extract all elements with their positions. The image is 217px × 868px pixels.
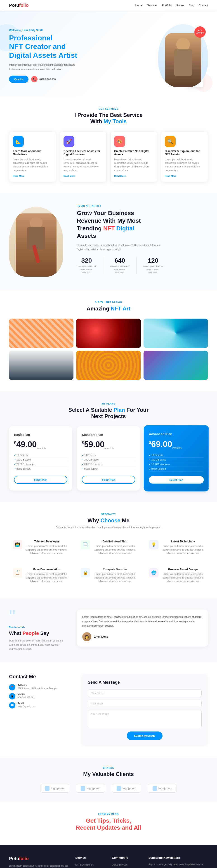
contact-address: 📍 Address 2285 Stroup Hill Road, Atlanta… [9,684,72,690]
plan-btn-basic[interactable]: Select Plan [14,476,67,484]
services-title: I Provide The Best ServiceWith My Tools [9,112,208,125]
contact-address-detail: Address 2285 Stroup Hill Road, Atlanta G… [18,684,56,690]
grow-stat-num-2: 640 [110,257,130,264]
hero-description: Integer pellentesque, orci vitae tincidu… [9,63,81,71]
footer-service-title: Service [75,856,105,860]
contact-mobile: 📱 Mobile +00 000 668 462 [9,693,72,700]
art-item-1[interactable] [9,318,74,348]
art-item-6[interactable] [143,351,208,380]
why-card-6: 🌐 Browser Based Design Lorem ipsum dolor… [145,564,208,587]
email-label: Email [18,702,35,705]
art-overlay-4 [9,351,74,380]
footer-service-col: Service NFT Development Readikon Studio … [75,856,105,868]
nav-portfolio[interactable]: Portfolio [162,4,172,7]
grow-tag: I'M AN NFT ARTIST [77,205,208,207]
art-item-2[interactable] [76,318,141,348]
service-icon-1: 📐 [13,136,24,147]
nft-art-section: DIGITAL NFT DESIGN Amazing NFT Art [0,290,217,391]
why-grid: 👨‍💻 Talented Developer Lorem ipsum dolor… [9,536,208,587]
footer-service-item-2[interactable]: Readikon Studio [75,867,105,868]
grow-section: I'M AN NFT ARTIST Grow Your Business Rev… [0,193,217,290]
why-card-title-4: Easy Documentation [25,568,68,571]
testimonials-tag: Testimonials [9,626,68,629]
service-desc-1: Lorem ipsum dolor sit amet, consectetur … [13,158,52,172]
plan-btn-advanced[interactable]: Select Plan [149,476,204,484]
nav-pages[interactable]: Pages [177,4,184,7]
stat-divider-1 [103,257,103,274]
address-icon: 📍 [9,684,16,690]
plan-price-basic: $49.00/monthly [14,440,67,450]
client-logo-3: logojpcom [112,784,141,793]
service-link-2[interactable]: Read More [63,175,103,177]
service-card-2: 🚀 Develop The Best Assets for Digital Bu… [60,131,107,182]
why-tag: Specialty [9,513,208,516]
service-card-1: 📐 Learn More about our Guidelines Lorem … [9,131,56,182]
plans-tag: MY PLANS [9,403,208,405]
art-item-4[interactable] [9,351,74,380]
service-link-3[interactable]: Read More [114,175,154,177]
nav-links: Home Services Portfolio Pages Blog Conta… [135,4,208,7]
plan-card-standard: Standard Plan $59.00/monthly 10 Projects… [77,426,140,491]
grow-description: Duis aute irure dolor in reprehenderit i… [77,243,163,251]
client-logo-text-4: logojpcom [159,787,172,790]
plan-feature-standard-4: Basic Support [82,467,135,471]
navbar: Potufolio Home Services Portfolio Pages … [0,0,217,10]
why-card-5: 🔒 Complete Security Lorem ipsum dolor si… [77,564,140,587]
art-overlay-6 [143,351,208,380]
service-desc-3: Lorem ipsum dolor sit amet, consectetur … [114,158,154,172]
contact-email-input[interactable] [88,700,201,707]
author-name: Zhen Done [94,635,108,638]
testimonials-subtitle: Duis aute irure dolor in reprehenderit i… [9,639,68,651]
hero-view-button[interactable]: View Us [9,75,28,83]
why-card-content-1: Talented Developer Lorem ipsum dolor sit… [25,540,68,555]
contact-form: Send A Message Submit Message [81,674,208,746]
plan-features-basic: 10 Projects 100 GB space 20 SEO checkups… [14,453,67,471]
art-item-5[interactable] [76,351,141,380]
why-title: Why Choose Me [9,517,208,524]
footer-community-title: Community [112,856,142,860]
why-card-title-2: Detailed Word Plan [93,540,136,543]
why-icon-5: 🔒 [81,568,90,578]
grow-stat-num-3: 120 [143,257,163,264]
contact-message-input[interactable] [88,710,201,728]
why-card-desc-5: Lorem ipsum dolor sit amet, consectetur … [93,572,136,583]
why-card-desc-1: Lorem ipsum dolor sit amet, consectetur … [25,545,68,555]
nav-blog[interactable]: Blog [189,4,194,7]
contact-email-detail: Email hello@gmail.com [18,702,35,709]
contact-submit-button[interactable]: Submit Message [127,732,163,740]
grow-stat-label-3: Lorem ipsum dolor sitamet, consectetor n… [143,265,163,274]
plan-features-advanced: 10 Projects 100 GB space 20 SEO checkups… [149,453,204,471]
plan-feature-advanced-3: 20 SEO checkups [149,462,204,467]
why-subtitle: Duis aute irure dolor in reprehenderit i… [52,526,165,530]
service-link-4[interactable]: Read More [165,175,204,177]
plan-name-basic: Basic Plan [14,433,67,437]
mobile-label: Mobile [18,693,34,695]
footer-community-item-2[interactable]: NFT Ideas [112,867,142,868]
client-logo-1: logojpcom [40,784,70,793]
art-item-3[interactable] [143,318,208,348]
service-icon-2: 🚀 [63,136,74,147]
plan-btn-standard[interactable]: Select Plan [82,476,135,484]
why-card-1: 👨‍💻 Talented Developer Lorem ipsum dolor… [9,536,72,559]
stat-divider-2 [136,257,137,274]
footer-community-item-1[interactable]: Digital Services [112,863,142,867]
nav-services[interactable]: Services [147,4,158,7]
quote-mark: " [9,610,68,624]
nav-contact[interactable]: Contact [199,4,208,7]
footer-newsletter-col: Subscribe Newsletters Sign up now to get… [148,856,208,868]
mobile-icon: 📱 [9,693,16,700]
plan-feature-basic-2: 100 GB space [14,458,67,462]
contact-name-input[interactable] [88,689,201,697]
plan-feature-basic-3: 20 SEO checkups [14,462,67,467]
service-link-1[interactable]: Read More [13,175,52,177]
footer-service-item-1[interactable]: NFT Development [75,863,105,867]
art-grid [9,318,208,380]
why-card-content-3: Latest Technology Lorem ipsum dolor sit … [162,540,204,555]
footer-community-list: Digital Services NFT Ideas NFT Checkup N… [112,863,142,868]
footer-service-list: NFT Development Readikon Studio Digital … [75,863,105,868]
contact-email: ✉️ Email hello@gmail.com [9,702,72,709]
hero-image: NFT ARTIST [158,24,208,87]
why-icon-6: 🌐 [149,568,159,578]
client-logo-text-2: logojpcom [87,787,100,790]
nav-home[interactable]: Home [135,4,143,7]
